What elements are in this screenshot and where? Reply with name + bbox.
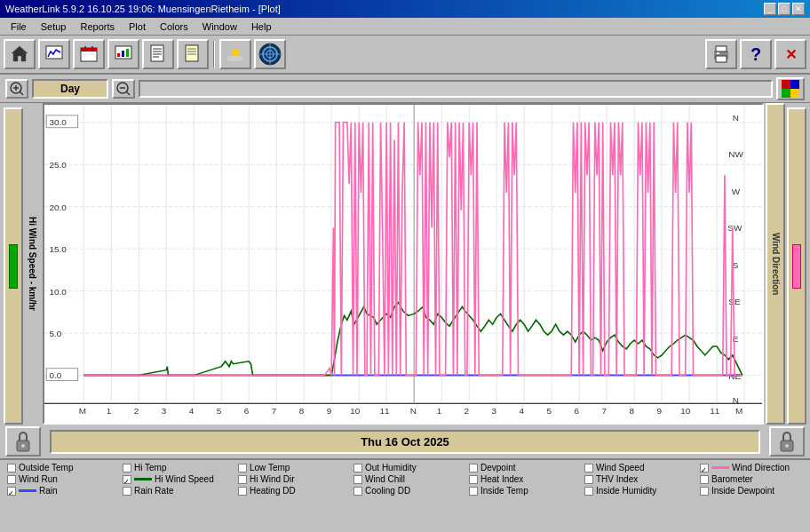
svg-rect-9 bbox=[122, 51, 124, 57]
close-button[interactable]: ✕ bbox=[792, 3, 805, 15]
inside-humidity-label: Inside Humidity bbox=[596, 486, 656, 496]
outside-temp-checkbox[interactable] bbox=[7, 464, 16, 472]
chart-wrapper: Hi Wind Speed - km/hr 30.0 25.0 20.0 15.… bbox=[0, 103, 810, 425]
heating-dd-checkbox[interactable] bbox=[238, 487, 247, 496]
inside-dewpoint-checkbox[interactable] bbox=[700, 487, 709, 496]
help-button[interactable]: ? bbox=[740, 39, 772, 69]
menu-reports[interactable]: Reports bbox=[73, 20, 122, 34]
zoom-bar[interactable] bbox=[139, 80, 773, 98]
calendar-button[interactable] bbox=[73, 39, 105, 69]
menu-bar: File Setup Reports Plot Colors Window He… bbox=[0, 18, 810, 36]
svg-line-34 bbox=[20, 91, 23, 95]
svg-text:M: M bbox=[735, 407, 742, 416]
svg-text:10: 10 bbox=[680, 407, 690, 416]
rain-checkbox[interactable] bbox=[7, 487, 16, 496]
menu-setup[interactable]: Setup bbox=[34, 20, 74, 34]
wind-speed-label: Wind Speed bbox=[596, 463, 644, 472]
svg-text:7: 7 bbox=[272, 407, 277, 416]
station-button[interactable] bbox=[4, 39, 36, 69]
legend-row-2: Wind Run Hi Wind Speed Hi Wind Dir Wind … bbox=[7, 474, 803, 484]
thv-index-checkbox[interactable] bbox=[584, 475, 593, 484]
wind-run-checkbox[interactable] bbox=[7, 475, 16, 484]
legend-out-humidity: Out Humidity bbox=[353, 463, 469, 472]
wind-direction-legend-label: Wind Direction bbox=[732, 463, 790, 472]
report-button[interactable] bbox=[177, 39, 209, 69]
zoom-in-icon bbox=[9, 81, 25, 97]
svg-text:4: 4 bbox=[189, 407, 195, 416]
svg-text:6: 6 bbox=[575, 407, 580, 416]
noaa-button[interactable] bbox=[254, 39, 286, 69]
hi-wind-dir-checkbox[interactable] bbox=[238, 475, 247, 484]
hi-wind-speed-label: Hi Wind Speed bbox=[155, 474, 214, 484]
svg-text:20.0: 20.0 bbox=[50, 202, 67, 211]
lock-right-button[interactable] bbox=[769, 426, 805, 457]
right-handle[interactable] bbox=[787, 107, 806, 425]
nav-bar: Day bbox=[0, 75, 810, 103]
rain-rate-checkbox[interactable] bbox=[123, 487, 131, 496]
menu-plot[interactable]: Plot bbox=[122, 20, 153, 34]
zoom-in-button[interactable] bbox=[5, 79, 28, 99]
svg-rect-38 bbox=[782, 80, 790, 89]
hi-wind-speed-checkbox[interactable] bbox=[123, 475, 131, 484]
svg-rect-8 bbox=[117, 53, 120, 57]
wind-direction-label: Wind Direction bbox=[766, 103, 785, 425]
station-icon bbox=[10, 44, 29, 64]
minimize-button[interactable]: _ bbox=[764, 3, 776, 15]
left-handle[interactable] bbox=[4, 107, 23, 425]
cooling-dd-checkbox[interactable] bbox=[353, 487, 362, 496]
maximize-button[interactable]: □ bbox=[778, 3, 790, 15]
svg-rect-39 bbox=[790, 80, 799, 89]
legend-wind-direction: Wind Direction bbox=[700, 463, 810, 472]
out-humidity-checkbox[interactable] bbox=[353, 464, 362, 472]
lock-left-button[interactable] bbox=[5, 426, 41, 457]
svg-text:7: 7 bbox=[602, 407, 608, 416]
legend-hi-wind-speed: Hi Wind Speed bbox=[123, 474, 238, 484]
report-icon bbox=[183, 44, 202, 64]
data-button[interactable] bbox=[142, 39, 174, 69]
title-bar: WeatherLink 5.9.2 16.10.25 19:06: Muensi… bbox=[0, 0, 810, 18]
heat-index-checkbox[interactable] bbox=[469, 475, 478, 484]
graph-icon bbox=[44, 44, 64, 64]
zoom-out-button[interactable] bbox=[112, 79, 135, 99]
date-bar: Thu 16 Oct 2025 bbox=[50, 430, 760, 454]
calendar-icon bbox=[79, 44, 99, 64]
svg-marker-0 bbox=[12, 46, 28, 61]
menu-colors[interactable]: Colors bbox=[153, 20, 195, 34]
legend-row-3: Rain Rain Rate Heating DD Cooling DD Ins… bbox=[7, 486, 803, 496]
menu-window[interactable]: Window bbox=[195, 20, 244, 34]
legend-devpoint: Devpoint bbox=[469, 463, 584, 472]
cooling-dd-label: Cooling DD bbox=[365, 486, 410, 496]
legend-wind-speed: Wind Speed bbox=[584, 463, 700, 472]
svg-text:30.0: 30.0 bbox=[50, 117, 67, 126]
low-temp-checkbox[interactable] bbox=[238, 464, 247, 472]
paint-button[interactable] bbox=[776, 77, 805, 100]
wind-speed-checkbox[interactable] bbox=[584, 464, 593, 472]
weather-button[interactable] bbox=[219, 39, 251, 69]
wind-chill-checkbox[interactable] bbox=[353, 475, 362, 484]
close-toolbar-button[interactable]: ✕ bbox=[774, 39, 806, 69]
hi-temp-checkbox[interactable] bbox=[123, 464, 131, 472]
svg-text:1: 1 bbox=[437, 407, 442, 416]
svg-text:4: 4 bbox=[520, 407, 525, 416]
menu-help[interactable]: Help bbox=[244, 20, 279, 34]
inside-temp-checkbox[interactable] bbox=[469, 487, 478, 496]
wind-direction-checkbox[interactable] bbox=[700, 464, 709, 472]
svg-rect-3 bbox=[81, 48, 97, 52]
legend-area: Outside Temp Hi Temp Low Temp Out Humidi… bbox=[0, 458, 810, 498]
menu-file[interactable]: File bbox=[4, 20, 34, 34]
outside-temp-label: Outside Temp bbox=[19, 463, 74, 472]
svg-text:10: 10 bbox=[350, 407, 360, 416]
inside-humidity-checkbox[interactable] bbox=[584, 487, 593, 496]
barometer-checkbox[interactable] bbox=[700, 475, 709, 484]
svg-text:8: 8 bbox=[299, 407, 305, 416]
devpoint-checkbox[interactable] bbox=[469, 464, 478, 472]
heat-index-label: Heat Index bbox=[480, 474, 523, 484]
lock-left-icon bbox=[12, 429, 34, 454]
print-button[interactable] bbox=[705, 39, 737, 69]
legend-wind-chill: Wind Chill bbox=[353, 474, 469, 484]
chart-button[interactable] bbox=[107, 39, 139, 69]
legend-inside-humidity: Inside Humidity bbox=[584, 486, 700, 496]
graph-button[interactable] bbox=[38, 39, 70, 69]
svg-text:3: 3 bbox=[492, 407, 497, 416]
svg-text:11: 11 bbox=[379, 407, 389, 416]
